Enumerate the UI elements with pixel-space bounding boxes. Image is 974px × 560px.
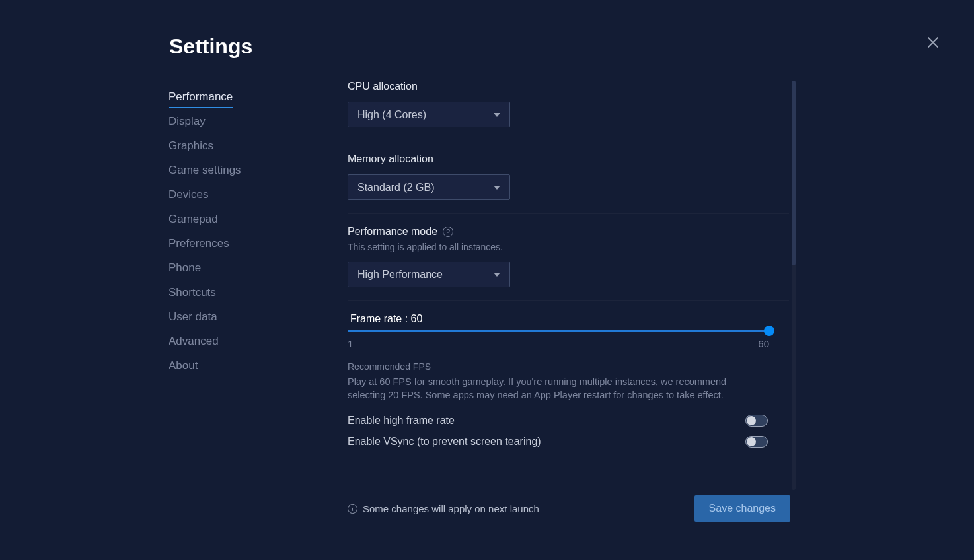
cpu-allocation-select[interactable]: High (4 Cores)	[348, 102, 510, 127]
toggle-knob	[747, 437, 756, 446]
sidebar-item-graphics[interactable]: Graphics	[169, 133, 287, 158]
close-button[interactable]	[925, 34, 941, 50]
frame-rate-min: 1	[348, 338, 353, 349]
sidebar-item-advanced[interactable]: Advanced	[169, 329, 287, 353]
chevron-down-icon	[494, 113, 500, 117]
sidebar-item-game-settings[interactable]: Game settings	[169, 158, 287, 182]
footer-hint: i Some changes will apply on next launch	[348, 503, 539, 514]
toggle-knob	[747, 416, 756, 425]
sidebar-item-phone[interactable]: Phone	[169, 256, 287, 280]
sidebar: Performance Display Graphics Game settin…	[169, 85, 287, 378]
footer-hint-text: Some changes will apply on next launch	[363, 503, 539, 514]
chevron-down-icon	[494, 273, 500, 277]
help-icon[interactable]: ?	[443, 227, 453, 237]
frame-rate-label: Frame rate : 60	[350, 313, 789, 325]
cpu-allocation-label: CPU allocation	[348, 81, 789, 92]
page-title: Settings	[169, 34, 252, 59]
recommended-fps-text: Play at 60 FPS for smooth gameplay. If y…	[348, 376, 764, 402]
sidebar-item-display[interactable]: Display	[169, 109, 287, 133]
scrollbar-thumb[interactable]	[792, 81, 796, 265]
cpu-allocation-value: High (4 Cores)	[357, 109, 426, 121]
performance-mode-label-text: Performance mode	[348, 226, 437, 238]
sidebar-item-gamepad[interactable]: Gamepad	[169, 207, 287, 231]
sidebar-item-user-data[interactable]: User data	[169, 304, 287, 329]
frame-rate-slider[interactable]	[348, 330, 769, 332]
enable-vsync-label: Enable VSync (to prevent screen tearing)	[348, 436, 541, 448]
close-icon	[925, 34, 941, 50]
frame-rate-value: 60	[411, 313, 423, 324]
sidebar-item-about[interactable]: About	[169, 353, 287, 378]
sidebar-item-performance[interactable]: Performance	[169, 85, 233, 109]
sidebar-item-preferences[interactable]: Preferences	[169, 231, 287, 256]
footer: i Some changes will apply on next launch…	[348, 495, 790, 522]
performance-mode-label: Performance mode ?	[348, 226, 789, 238]
save-changes-button[interactable]: Save changes	[694, 495, 790, 522]
performance-mode-hint: This setting is applied to all instances…	[348, 242, 789, 252]
enable-vsync-toggle[interactable]	[745, 436, 768, 448]
info-icon: i	[348, 504, 357, 514]
enable-high-frame-rate-label: Enable high frame rate	[348, 415, 455, 427]
scrollbar[interactable]	[792, 81, 796, 490]
memory-allocation-label: Memory allocation	[348, 153, 789, 165]
memory-allocation-select[interactable]: Standard (2 GB)	[348, 174, 510, 200]
recommended-fps-title: Recommended FPS	[348, 361, 789, 372]
memory-allocation-value: Standard (2 GB)	[357, 182, 435, 193]
frame-rate-slider-thumb[interactable]	[764, 326, 774, 336]
settings-panel: CPU allocation High (4 Cores) Memory all…	[348, 81, 789, 457]
enable-high-frame-rate-toggle[interactable]	[745, 415, 768, 427]
performance-mode-value: High Performance	[357, 269, 443, 281]
chevron-down-icon	[494, 186, 500, 190]
sidebar-item-devices[interactable]: Devices	[169, 182, 287, 207]
sidebar-item-shortcuts[interactable]: Shortcuts	[169, 280, 287, 304]
frame-rate-max: 60	[758, 338, 769, 349]
frame-rate-prefix: Frame rate :	[350, 313, 411, 324]
performance-mode-select[interactable]: High Performance	[348, 262, 510, 287]
